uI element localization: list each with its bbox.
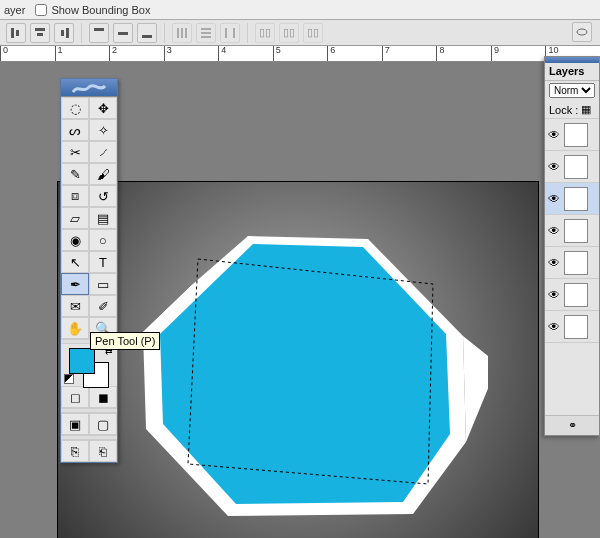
menu-layer[interactable]: ayer xyxy=(4,4,25,16)
slice-tool[interactable]: ⟋ xyxy=(89,141,117,163)
ruler-tick: 3 xyxy=(164,46,219,61)
svg-rect-0 xyxy=(11,28,14,38)
layer-thumbnail[interactable] xyxy=(564,315,588,339)
type-tool[interactable]: T xyxy=(89,251,117,273)
svg-rect-13 xyxy=(201,32,211,34)
layer-row[interactable]: 👁 xyxy=(545,151,599,183)
show-bounding-box-checkbox[interactable] xyxy=(35,4,47,16)
horizontal-ruler: 012345678910 xyxy=(0,46,600,62)
align-icon[interactable] xyxy=(54,23,74,43)
move-tool[interactable]: ✥ xyxy=(89,97,117,119)
svg-rect-12 xyxy=(201,28,211,30)
color-swatches: ⇄ xyxy=(61,344,117,386)
layer-thumbnail[interactable] xyxy=(564,219,588,243)
layer-row[interactable]: 👁 xyxy=(545,183,599,215)
layer-row[interactable]: 👁 xyxy=(545,119,599,151)
hand-tool[interactable]: ✋ xyxy=(61,317,89,339)
jump-to-icon[interactable]: ⎗ xyxy=(89,440,117,462)
quickmask-on-icon[interactable]: ◼ xyxy=(89,386,117,408)
toolbox-header[interactable] xyxy=(61,79,117,97)
svg-rect-2 xyxy=(35,28,45,31)
svg-rect-1 xyxy=(16,30,19,36)
layer-thumbnail[interactable] xyxy=(564,155,588,179)
align-icon[interactable] xyxy=(30,23,50,43)
align-icon[interactable] xyxy=(89,23,109,43)
blend-mode-row: Normal xyxy=(545,81,599,101)
align-icon[interactable] xyxy=(137,23,157,43)
default-colors-icon[interactable] xyxy=(64,374,74,384)
ruler-tick: 6 xyxy=(327,46,382,61)
distribute-icon xyxy=(196,23,216,43)
svg-rect-14 xyxy=(201,36,211,38)
visibility-eye-icon[interactable]: 👁 xyxy=(547,288,561,302)
ruler-tick: 4 xyxy=(218,46,273,61)
artwork xyxy=(108,214,488,538)
menu-bar: ayer Show Bounding Box xyxy=(0,0,600,20)
jump-to-icon[interactable]: ⎘ xyxy=(61,440,89,462)
options-bar: ▯▯ ▯▯ ▯▯ xyxy=(0,20,600,46)
layer-row[interactable]: 👁 xyxy=(545,247,599,279)
visibility-eye-icon[interactable]: 👁 xyxy=(547,224,561,238)
shape-tool[interactable]: ▭ xyxy=(89,273,117,295)
layers-tab[interactable]: Layers xyxy=(545,63,599,81)
distribute-icon xyxy=(172,23,192,43)
ruler-tick: 8 xyxy=(436,46,491,61)
pen-tool[interactable]: ✒ xyxy=(61,273,89,295)
screenmode-full-icon[interactable]: ▢ xyxy=(89,413,117,435)
svg-rect-3 xyxy=(37,33,43,36)
pen-tool-tooltip: Pen Tool (P) xyxy=(90,332,160,350)
ruler-tick: 9 xyxy=(491,46,546,61)
screenmode-standard-icon[interactable]: ▣ xyxy=(61,413,89,435)
eraser-tool[interactable]: ▱ xyxy=(61,207,89,229)
foreground-color-swatch[interactable] xyxy=(69,348,95,374)
layer-row[interactable]: 👁 xyxy=(545,215,599,247)
marquee-tool[interactable]: ◌ xyxy=(61,97,89,119)
ruler-tick: 0 xyxy=(0,46,55,61)
gradient-tool[interactable]: ▤ xyxy=(89,207,117,229)
link-icon[interactable]: ⚭ xyxy=(568,419,577,432)
healing-tool[interactable]: ✎ xyxy=(61,163,89,185)
svg-rect-8 xyxy=(142,35,152,38)
lasso-tool[interactable]: ᔕ xyxy=(61,119,89,141)
align-icon[interactable] xyxy=(113,23,133,43)
svg-rect-4 xyxy=(66,28,69,38)
distribute-icon: ▯▯ xyxy=(303,23,323,43)
wand-tool[interactable]: ✧ xyxy=(89,119,117,141)
dodge-tool[interactable]: ○ xyxy=(89,229,117,251)
history-brush-tool[interactable]: ↺ xyxy=(89,185,117,207)
ruler-tick: 5 xyxy=(273,46,328,61)
visibility-eye-icon[interactable]: 👁 xyxy=(547,256,561,270)
visibility-eye-icon[interactable]: 👁 xyxy=(547,192,561,206)
distribute-icon: ▯▯ xyxy=(279,23,299,43)
toolbox-panel: ◌ ✥ ᔕ ✧ ✂ ⟋ ✎ 🖌 ⧈ ↺ ▱ ▤ ◉ ○ ↖ T ✒ ▭ ✉ ✐ … xyxy=(60,78,118,463)
visibility-eye-icon[interactable]: 👁 xyxy=(547,160,561,174)
lock-transparent-icon[interactable]: ▦ xyxy=(581,103,591,116)
layer-thumbnail[interactable] xyxy=(564,283,588,307)
document-canvas[interactable] xyxy=(58,182,538,538)
visibility-eye-icon[interactable]: 👁 xyxy=(547,320,561,334)
crop-tool[interactable]: ✂ xyxy=(61,141,89,163)
distribute-icon: ▯▯ xyxy=(255,23,275,43)
layer-row[interactable]: 👁 xyxy=(545,279,599,311)
align-icon[interactable] xyxy=(6,23,26,43)
path-select-tool[interactable]: ↖ xyxy=(61,251,89,273)
eyedropper-tool[interactable]: ✐ xyxy=(89,295,117,317)
notes-tool[interactable]: ✉ xyxy=(61,295,89,317)
visibility-eye-icon[interactable]: 👁 xyxy=(547,128,561,142)
svg-rect-11 xyxy=(185,28,187,38)
stamp-tool[interactable]: ⧈ xyxy=(61,185,89,207)
palette-well-icon[interactable] xyxy=(572,22,592,42)
layer-row[interactable]: 👁 xyxy=(545,311,599,343)
blend-mode-select[interactable]: Normal xyxy=(549,83,595,98)
blur-tool[interactable]: ◉ xyxy=(61,229,89,251)
brush-tool[interactable]: 🖌 xyxy=(89,163,117,185)
ruler-tick: 2 xyxy=(109,46,164,61)
layer-thumbnail[interactable] xyxy=(564,123,588,147)
layer-thumbnail[interactable] xyxy=(564,251,588,275)
show-bounding-box-label: Show Bounding Box xyxy=(51,4,150,16)
quickmask-off-icon[interactable]: ◻ xyxy=(61,386,89,408)
layers-panel-footer: ⚭ xyxy=(545,415,599,435)
ruler-tick: 1 xyxy=(55,46,110,61)
show-bounding-box-option[interactable]: Show Bounding Box xyxy=(35,4,150,16)
layer-thumbnail[interactable] xyxy=(564,187,588,211)
